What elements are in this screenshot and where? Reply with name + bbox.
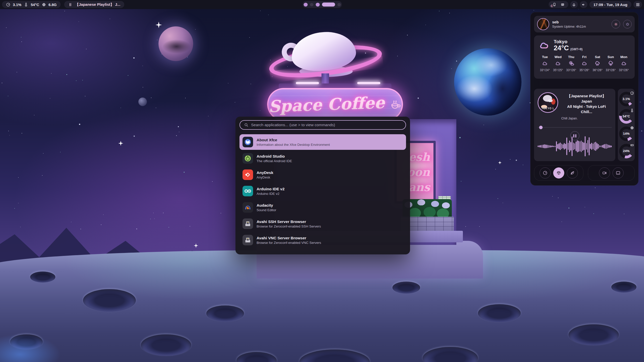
chip-icon xyxy=(42,3,46,7)
anydesk-icon xyxy=(243,169,253,180)
control-center-panel: seb System Uptime: 4h11m Tokyo 24°C(GMT+… xyxy=(530,12,638,186)
neon-sign-text: Space Coffee xyxy=(268,93,385,116)
search-icon xyxy=(244,123,249,127)
bell-icon xyxy=(572,3,576,7)
cpu-usage: 3.1% xyxy=(13,3,21,7)
now-playing-widget[interactable]: 【Japanese Playlist】 J... xyxy=(64,1,124,8)
avahi-icon xyxy=(243,218,253,229)
album-caption: TOKYO L xyxy=(538,107,557,110)
app-results-list: About Xfce Information about the Xfce De… xyxy=(239,134,406,248)
app-row[interactable]: About Xfce Information about the Xfce De… xyxy=(239,134,406,150)
app-row[interactable]: Arduino IDE v2 Arduino IDE v2 xyxy=(239,183,406,199)
search-field[interactable] xyxy=(239,120,406,130)
disk-icon xyxy=(630,143,634,147)
power-button[interactable] xyxy=(623,20,632,28)
screen-icon xyxy=(616,170,621,175)
forecast-temps: 33°/24° xyxy=(540,68,550,72)
window-neon-text: oon xyxy=(407,166,430,179)
forecast-day: Mon 33°/26° xyxy=(618,55,630,72)
workspace-current[interactable] xyxy=(322,3,335,7)
window-neon-text: esh xyxy=(409,151,430,164)
chip-icon xyxy=(630,126,634,130)
weather-forecast: Tue 33°/24° Wed 35°/25° Thu 33°/26° Fri … xyxy=(538,55,631,72)
forecast-temps: 35°/26° xyxy=(579,68,589,72)
sign-light xyxy=(357,82,380,84)
forecast-day: Sat 36°/26° xyxy=(591,55,604,72)
sign-light xyxy=(296,82,319,84)
arduino-icon xyxy=(243,186,253,196)
image-icon[interactable] xyxy=(560,3,565,7)
app-name: Arduino IDE v2 xyxy=(257,187,285,192)
system-stats-widget[interactable]: 3.1% 54°C 6.8G xyxy=(2,1,61,8)
app-description: Arduino IDE v2 xyxy=(257,192,285,196)
screen-record-button[interactable] xyxy=(599,167,610,178)
app-row[interactable]: Avahi SSH Server Browser Browse for Zero… xyxy=(239,216,406,232)
window-neon-text: ans xyxy=(409,181,430,194)
avatar[interactable] xyxy=(537,18,549,30)
volume-button[interactable] xyxy=(580,1,587,8)
forecast-day-label: Sun xyxy=(608,55,614,59)
forecast-day-label: Sat xyxy=(595,55,600,59)
forecast-day-label: Wed xyxy=(554,55,561,59)
app-name: Avahi VNC Server Browser xyxy=(257,236,321,241)
cpu-temp: 54°C xyxy=(31,3,39,7)
leaf-icon xyxy=(570,170,575,175)
forecast-temps: 36°/26° xyxy=(592,68,602,72)
app-row[interactable]: AnyDesk AnyDesk xyxy=(239,167,406,183)
workspace-switcher[interactable] xyxy=(303,1,342,8)
app-description: The official Android IDE xyxy=(257,159,292,163)
clock-widget[interactable]: 17:09 - Tue, 19 Aug xyxy=(589,1,631,8)
app-row[interactable]: Avahi VNC Server Browser Browse for Zero… xyxy=(239,232,406,248)
video-camera-icon xyxy=(602,170,607,175)
system-gauge: 24% xyxy=(619,144,634,158)
thermometer-icon xyxy=(24,3,28,7)
pause-icon xyxy=(68,3,72,7)
overview-button[interactable] xyxy=(633,1,642,8)
workspace-dot[interactable] xyxy=(310,3,313,6)
app-row[interactable]: Audacity Sound Editor xyxy=(239,200,406,215)
thermometer-icon xyxy=(630,108,634,113)
search-input[interactable] xyxy=(251,123,401,127)
audio-visualizer xyxy=(538,135,612,157)
progress-handle[interactable] xyxy=(539,126,543,129)
forecast-day-label: Fri xyxy=(582,55,586,59)
weather-card: Tokyo 24°C(GMT+9) Tue 33°/24° Wed 35°/25… xyxy=(534,35,635,79)
cloud-icon xyxy=(555,61,561,67)
tray-widget[interactable]: C xyxy=(549,1,568,8)
forecast-day: Thu 33°/26° xyxy=(565,55,578,72)
workspace-dot[interactable] xyxy=(304,3,308,7)
app-name: Audacity xyxy=(257,203,276,208)
notifications-button[interactable] xyxy=(570,1,578,8)
rain-cloud-icon xyxy=(594,61,601,67)
connected-phone-icon[interactable]: C xyxy=(552,3,556,7)
user-name: seb xyxy=(552,20,586,24)
balanced-mode-button[interactable] xyxy=(553,167,564,178)
forecast-day: Wed 35°/25° xyxy=(552,55,564,72)
forecast-temps: 33°/26° xyxy=(619,68,629,72)
workspace-dot[interactable] xyxy=(316,3,320,7)
gear-icon xyxy=(614,22,618,26)
forecast-temps: 35°/25° xyxy=(553,68,563,72)
power-profile-group xyxy=(534,165,583,181)
album-art[interactable]: TOKYO L xyxy=(538,92,558,113)
screenshot-button[interactable] xyxy=(613,167,624,178)
performance-mode-button[interactable] xyxy=(540,167,551,178)
forecast-temps: 33°/26° xyxy=(566,68,576,72)
speedometer-icon xyxy=(630,91,634,95)
forecast-day-label: Tue xyxy=(542,55,548,59)
power-saver-mode-button[interactable] xyxy=(567,167,578,178)
track-progress-bar[interactable] xyxy=(538,126,612,129)
xfce-icon xyxy=(243,137,253,147)
track-title-line2: All Night - Tokyo LoFi Chill... xyxy=(561,104,612,114)
neon-sign: Space Coffee xyxy=(267,88,403,121)
app-row[interactable]: Android Studio The official Android IDE xyxy=(239,151,406,166)
cloud-icon xyxy=(542,61,548,67)
forecast-day: Sun 33°/26° xyxy=(605,55,617,72)
power-icon xyxy=(625,22,630,26)
media-player-card: TOKYO L 【Japanese Playlist】 Japan All Ni… xyxy=(534,89,615,161)
settings-button[interactable] xyxy=(612,20,620,28)
coffee-cup-icon xyxy=(389,98,402,111)
app-description: Information about the Xfce Desktop Envir… xyxy=(257,143,330,147)
clock-text: 17:09 - Tue, 19 Aug xyxy=(593,3,627,7)
workspace-dot[interactable] xyxy=(337,3,341,6)
